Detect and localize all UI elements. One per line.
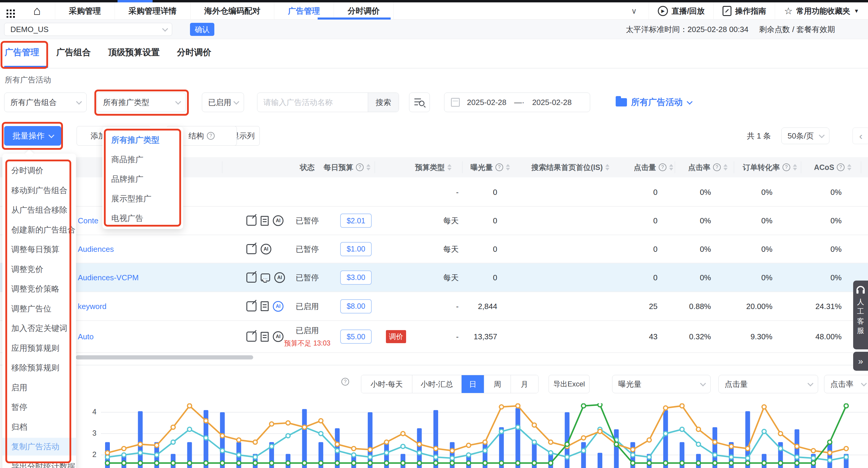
tab-分时调价[interactable]: 分时调价 <box>177 46 211 59</box>
confirm-button[interactable]: 确认 <box>190 23 214 36</box>
menu-item-创建新的广告组合[interactable]: 创建新的广告组合 <box>2 221 76 239</box>
column-header-预算类型[interactable]: 预算类型 <box>415 157 452 177</box>
help-icon[interactable]: ? <box>356 163 364 171</box>
doc-icon[interactable] <box>261 301 269 311</box>
nav-item-操作指南[interactable]: 操作指南 <box>713 2 775 20</box>
edit-icon[interactable] <box>246 332 256 342</box>
menu-item-复制广告活动[interactable]: 复制广告活动 <box>2 438 76 456</box>
status-select[interactable]: 已启用 <box>202 93 244 112</box>
nav-item-常用功能收藏夹[interactable]: ☆常用功能收藏夹▼ <box>775 2 868 20</box>
range-tab-小时-汇总[interactable]: 小时-汇总 <box>412 375 462 393</box>
dropdown-item-展示型推广[interactable]: 展示型推广 <box>111 192 151 205</box>
daily-budget-value[interactable]: $3.00 <box>340 270 372 285</box>
edit-icon[interactable] <box>246 215 256 226</box>
daily-budget-value[interactable]: $8.00 <box>340 299 372 313</box>
nav-tab-分时调价[interactable]: 分时调价 <box>334 2 394 20</box>
dropdown-item-商品推广[interactable]: 商品推广 <box>111 153 144 166</box>
dropdown-item-所有推广类型[interactable]: 所有推广类型 <box>111 133 159 146</box>
tab-广告管理[interactable]: 广告管理 <box>5 46 39 59</box>
metric-select-曝光量[interactable]: 曝光量 <box>612 375 711 393</box>
range-tab-日[interactable]: 日 <box>462 375 484 393</box>
column-header-点击率[interactable]: 点击率? <box>688 157 727 177</box>
dropdown-item-电视广告[interactable]: 电视广告 <box>111 212 144 225</box>
metric-select-点击率[interactable]: 点击率 <box>824 375 868 393</box>
campaign-search-input[interactable] <box>257 93 368 111</box>
menu-item-分时调价[interactable]: 分时调价 <box>2 162 76 179</box>
search-button[interactable]: 搜索 <box>368 93 399 112</box>
portfolio-select[interactable]: 所有广告组合 <box>4 93 87 112</box>
menu-item-从广告组合移除[interactable]: 从广告组合移除 <box>2 201 76 219</box>
menu-item-调整竞价[interactable]: 调整竞价 <box>2 260 76 278</box>
menu-item-应用预算规则[interactable]: 应用预算规则 <box>2 339 76 357</box>
menu-item-启用[interactable]: 启用 <box>2 379 76 397</box>
campaign-name-link[interactable]: keyword <box>78 302 106 311</box>
tab-广告组合[interactable]: 广告组合 <box>56 46 91 59</box>
metric-select-点击量[interactable]: 点击量 <box>718 375 818 393</box>
sort-arrows[interactable] <box>447 164 452 170</box>
menu-item-加入否定关键词[interactable]: 加入否定关键词 <box>2 320 76 337</box>
sort-arrows[interactable] <box>723 164 727 170</box>
comment-icon[interactable]: … <box>261 273 270 281</box>
nav-tab-采购管理详情[interactable]: 采购管理详情 <box>115 2 191 20</box>
edit-icon[interactable] <box>246 273 256 282</box>
nav-tab-采购管理[interactable]: 采购管理 <box>55 2 115 20</box>
edit-icon[interactable] <box>246 244 256 254</box>
sort-arrows[interactable] <box>366 164 370 170</box>
sort-arrows[interactable] <box>793 164 797 170</box>
column-header-每日预算[interactable]: 每日预算? <box>323 157 370 177</box>
export-excel-button[interactable]: 导出Excel <box>549 375 590 393</box>
dropdown-item-品牌推广[interactable]: 品牌推广 <box>111 173 144 186</box>
column-header-订单转化率[interactable]: 订单转化率? <box>743 157 797 177</box>
column-header-点击量[interactable]: 点击量? <box>634 157 673 177</box>
menu-item-调整广告位[interactable]: 调整广告位 <box>2 300 76 317</box>
doc-icon[interactable] <box>261 332 269 342</box>
bulk-actions-button[interactable]: 批量操作 <box>4 126 61 146</box>
menu-item-调整每日预算[interactable]: 调整每日预算 <box>2 240 76 258</box>
help-icon[interactable]: ? <box>782 163 790 171</box>
campaign-name-link[interactable]: Audiences <box>78 244 114 254</box>
menu-item-归档[interactable]: 归档 <box>2 418 76 436</box>
nav-item-直播/回放[interactable]: ▶直播/回放 <box>649 2 713 20</box>
horizontal-scrollbar[interactable] <box>76 355 253 360</box>
nav-tab-广告管理[interactable]: 广告管理 <box>274 2 334 20</box>
sort-arrows[interactable] <box>506 164 510 170</box>
ai-icon[interactable]: AI <box>261 244 271 255</box>
sort-arrows[interactable] <box>669 164 673 170</box>
daily-budget-value[interactable]: $1.00 <box>340 242 372 256</box>
column-header-曝光量[interactable]: 曝光量? <box>470 157 510 177</box>
prev-page-button[interactable]: ‹ <box>852 128 868 144</box>
range-tab-周[interactable]: 周 <box>484 375 511 393</box>
sort-arrows[interactable] <box>847 164 851 170</box>
menu-item-暂停[interactable]: 暂停 <box>2 398 76 416</box>
campaign-name-link[interactable]: Auto <box>78 332 94 341</box>
help-icon[interactable]: ? <box>659 163 666 171</box>
home-icon[interactable]: ⌂ <box>33 4 41 18</box>
tab-顶级预算设置[interactable]: 顶级预算设置 <box>108 46 160 59</box>
support-expand-button[interactable]: » <box>853 352 868 371</box>
help-icon[interactable]: ? <box>495 163 503 171</box>
chart-help-icon[interactable]: ? <box>341 378 349 386</box>
nav-tab-海外仓编码配对[interactable]: 海外仓编码配对 <box>191 2 274 20</box>
ai-icon[interactable]: AI <box>273 215 283 226</box>
daily-budget-value[interactable]: $2.01 <box>340 213 372 228</box>
range-tab-小时-每天[interactable]: 小时-每天 <box>361 375 412 393</box>
page-size-select[interactable]: 50条/页 <box>781 128 829 144</box>
menu-item-移除预算规则[interactable]: 移除预算规则 <box>2 359 76 377</box>
campaign-name-link[interactable]: Audiences-VCPM <box>78 273 138 282</box>
column-header-搜索结果首页首位(IS)[interactable]: 搜索结果首页首位(IS) <box>531 157 610 177</box>
doc-icon[interactable] <box>261 216 269 226</box>
date-range-picker[interactable]: 2025-02-28 —· 2025-02-28 <box>444 93 590 112</box>
support-widget[interactable]: 人工客服 <box>853 280 868 349</box>
campaign-scope-link[interactable]: 所有广告活动 <box>616 93 691 112</box>
range-tab-月[interactable]: 月 <box>511 375 538 393</box>
menu-item-导出分时统计数据[interactable]: 导出分时统计数据 <box>2 458 76 468</box>
column-header-ACoS[interactable]: ACoS? <box>814 157 851 177</box>
sort-arrows[interactable] <box>605 164 610 170</box>
advanced-search-button[interactable] <box>409 93 430 112</box>
ai-icon[interactable]: AI <box>273 301 283 312</box>
collapse-chevron-icon[interactable]: ∨ <box>631 6 637 16</box>
promotion-type-select[interactable]: 所有推广类型 <box>97 93 186 112</box>
menu-item-移动到广告组合[interactable]: 移动到广告组合 <box>2 181 76 199</box>
ai-icon[interactable]: AI <box>273 331 283 342</box>
help-icon[interactable]: ? <box>713 163 721 171</box>
